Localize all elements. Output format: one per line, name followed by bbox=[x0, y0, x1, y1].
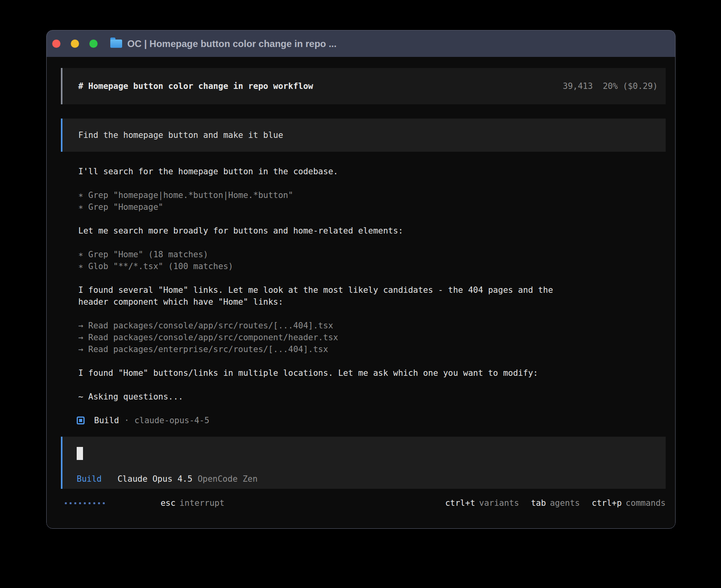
chat-line: I found several "Home" links. Let me loo… bbox=[78, 284, 666, 296]
chat-line bbox=[78, 272, 666, 284]
agent-status-separator: · bbox=[124, 416, 129, 425]
window-title: OC | Homepage button color change in rep… bbox=[127, 38, 336, 49]
shortcut-key: ctrl+t bbox=[445, 498, 475, 508]
activity-dot bbox=[70, 502, 72, 504]
chat-line: ∗ Glob "**/*.tsx" (100 matches) bbox=[78, 260, 666, 272]
chat-line bbox=[78, 379, 666, 391]
chat-line: Let me search more broadly for buttons a… bbox=[78, 225, 666, 237]
chat-line bbox=[78, 308, 666, 320]
chat-line: I'll search for the homepage button in t… bbox=[78, 166, 666, 177]
shortcut-key: tab bbox=[531, 498, 546, 508]
shortcut-interrupt: escinterrupt bbox=[121, 489, 225, 517]
close-button[interactable] bbox=[52, 40, 60, 48]
shortcut-commands: ctrl+pcommands bbox=[592, 498, 666, 508]
chat-line bbox=[78, 177, 666, 189]
shortcut-key: esc bbox=[160, 498, 176, 508]
shortcut-key: ctrl+p bbox=[592, 498, 622, 508]
activity-dot bbox=[84, 502, 86, 504]
chat-line: → Read packages/console/app/src/componen… bbox=[78, 332, 666, 343]
agent-status-model: claude-opus-4-5 bbox=[134, 416, 210, 425]
activity-dot bbox=[93, 502, 95, 504]
input-provider-label: OpenCode Zen bbox=[198, 474, 258, 484]
selected-square-icon bbox=[77, 416, 85, 424]
activity-dot bbox=[89, 502, 91, 504]
activity-dot bbox=[98, 502, 100, 504]
minimize-button[interactable] bbox=[71, 40, 79, 48]
shortcut-label: commands bbox=[626, 498, 666, 508]
chat-line: ∗ Grep "Homepage" bbox=[78, 201, 666, 213]
input-agent-label: Build bbox=[77, 474, 102, 484]
chat-transcript: I'll search for the homepage button in t… bbox=[78, 166, 666, 403]
chat-line: ∗ Grep "homepage|home.*button|Home.*butt… bbox=[78, 189, 666, 201]
chat-line bbox=[78, 213, 666, 225]
activity-dot bbox=[103, 502, 105, 504]
activity-dot bbox=[74, 502, 76, 504]
session-header: # Homepage button color change in repo w… bbox=[61, 68, 666, 104]
shortcut-label: variants bbox=[479, 498, 519, 508]
chat-line bbox=[78, 355, 666, 367]
input-model-label: Claude Opus 4.5 bbox=[117, 474, 193, 484]
activity-dot bbox=[65, 502, 67, 504]
traffic-lights bbox=[52, 40, 98, 48]
agent-status-line: Build · claude-opus-4-5 bbox=[77, 415, 666, 426]
status-bar: escinterrupt ctrl+tvariantstabagentsctrl… bbox=[61, 489, 666, 517]
shortcut-label: agents bbox=[550, 498, 580, 508]
chat-line: I found "Home" buttons/links in multiple… bbox=[78, 367, 666, 379]
user-message-text: Find the homepage button and make it blu… bbox=[78, 130, 283, 140]
prompt-input[interactable]: Build Claude Opus 4.5 OpenCode Zen bbox=[61, 437, 666, 489]
shortcut-group-right: ctrl+tvariantstabagentsctrl+pcommands bbox=[445, 498, 666, 508]
chat-line bbox=[78, 237, 666, 249]
terminal-content[interactable]: # Homepage button color change in repo w… bbox=[47, 57, 675, 529]
activity-dot bbox=[79, 502, 81, 504]
zoom-button[interactable] bbox=[89, 40, 98, 48]
chat-line: ~ Asking questions... bbox=[78, 391, 666, 403]
folder-icon bbox=[110, 40, 122, 48]
user-message: Find the homepage button and make it blu… bbox=[61, 119, 666, 152]
shortcut-variants: ctrl+tvariants bbox=[445, 498, 519, 508]
text-cursor bbox=[77, 447, 83, 460]
input-footer: Build Claude Opus 4.5 OpenCode Zen bbox=[77, 474, 658, 484]
terminal-window: OC | Homepage button color change in rep… bbox=[46, 30, 676, 529]
chat-line: → Read packages/console/app/src/routes/[… bbox=[78, 320, 666, 332]
shortcut-label: interrupt bbox=[179, 498, 225, 508]
chat-line: ∗ Grep "Home" (18 matches) bbox=[78, 249, 666, 260]
activity-dots bbox=[65, 502, 105, 504]
session-title: # Homepage button color change in repo w… bbox=[78, 81, 313, 91]
shortcut-agents: tabagents bbox=[531, 498, 580, 508]
session-token-stats: 39,413 20% ($0.29) bbox=[563, 81, 658, 91]
window-titlebar[interactable]: OC | Homepage button color change in rep… bbox=[47, 30, 675, 57]
chat-line: → Read packages/enterprise/src/routes/[.… bbox=[78, 343, 666, 355]
agent-status-name: Build bbox=[94, 416, 119, 425]
chat-line: header component which have "Home" links… bbox=[78, 296, 666, 308]
